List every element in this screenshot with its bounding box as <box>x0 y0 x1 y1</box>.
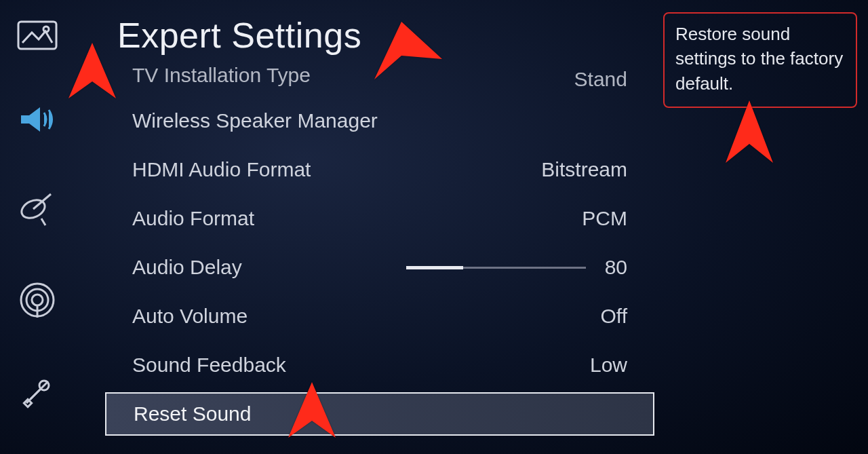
menu-item-label: Wireless Speaker Manager <box>132 109 378 132</box>
svg-rect-0 <box>18 22 56 49</box>
menu-item-audio-format[interactable]: Audio Format PCM <box>105 194 654 243</box>
svg-point-4 <box>32 295 43 305</box>
audio-delay-slider[interactable] <box>406 267 586 269</box>
menu-item-label: Auto Volume <box>132 305 248 328</box>
menu-item-value: Off <box>601 305 627 328</box>
audio-delay-slider-fill <box>406 266 464 269</box>
menu-item-label: HDMI Audio Format <box>132 158 311 181</box>
svg-point-1 <box>43 26 49 32</box>
help-description: Restore sound settings to the factory de… <box>663 12 857 108</box>
menu-item-reset-sound[interactable]: Reset Sound <box>105 392 654 436</box>
menu-item-label: Sound Feedback <box>132 354 286 377</box>
sound-icon[interactable] <box>17 105 58 134</box>
network-icon[interactable] <box>18 281 56 319</box>
settings-menu: TV Installation Type Stand Wireless Spea… <box>105 62 654 436</box>
page-title: Expert Settings <box>117 15 654 56</box>
menu-item-label: TV Installation Type <box>132 64 311 87</box>
menu-item-label: Audio Delay <box>132 256 242 279</box>
menu-item-value: Stand <box>574 68 627 91</box>
menu-item-auto-volume[interactable]: Auto Volume Off <box>105 292 654 341</box>
sidebar: ? <box>3 20 71 454</box>
menu-item-value: PCM <box>582 207 627 230</box>
menu-item-hdmi-audio-format[interactable]: HDMI Audio Format Bitstream <box>105 145 654 194</box>
menu-item-wireless-speaker-manager[interactable]: Wireless Speaker Manager <box>105 96 654 145</box>
svg-marker-2 <box>21 107 40 132</box>
tools-icon[interactable] <box>18 373 56 411</box>
menu-item-label: Reset Sound <box>134 402 251 425</box>
menu-item-label: Audio Format <box>132 207 254 230</box>
menu-item-tv-installation-type[interactable]: TV Installation Type Stand <box>105 62 654 96</box>
menu-item-value: Bitstream <box>541 158 627 181</box>
help-text: Restore sound settings to the factory de… <box>675 24 843 94</box>
audio-delay-slider-wrap: 80 <box>406 256 627 279</box>
menu-item-sound-feedback[interactable]: Sound Feedback Low <box>105 341 654 390</box>
menu-item-audio-delay[interactable]: Audio Delay 80 <box>105 243 654 292</box>
audio-delay-value: 80 <box>605 256 627 279</box>
menu-item-value: Low <box>590 354 627 377</box>
broadcast-icon[interactable] <box>18 189 56 227</box>
svg-marker-14 <box>726 100 773 163</box>
picture-icon[interactable] <box>17 20 58 50</box>
main-panel: Expert Settings TV Installation Type Sta… <box>105 0 654 436</box>
